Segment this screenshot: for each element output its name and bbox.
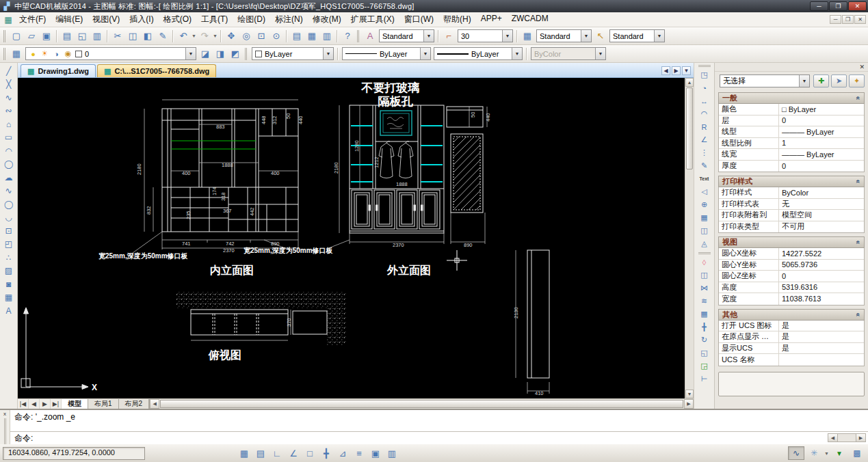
- collapse-chevron-icon[interactable]: «: [855, 96, 863, 100]
- layout-tab-1[interactable]: 布局1: [88, 399, 119, 409]
- coordinates-readout[interactable]: 16034.0860, 4719.7254, 0.0000: [3, 447, 145, 460]
- dim-style-icon[interactable]: ⌐: [441, 29, 456, 43]
- print-icon[interactable]: ▤: [60, 29, 75, 43]
- scroll-down-icon[interactable]: ▼: [685, 390, 694, 398]
- maximize-button[interactable]: ❐: [829, 1, 847, 11]
- selection-filter-combo[interactable]: 无选择 ▼: [720, 74, 810, 87]
- table-style-icon[interactable]: ▦: [520, 29, 535, 43]
- chevron-down-icon[interactable]: ▼: [581, 30, 591, 42]
- property-value[interactable]: 不可用: [779, 221, 864, 232]
- select-objects-icon[interactable]: ➤: [831, 74, 847, 87]
- layer-freeze-sun-icon[interactable]: ☀: [40, 49, 49, 58]
- rotate-icon[interactable]: ↻: [696, 334, 713, 346]
- menu-item-7[interactable]: 标注(N): [270, 12, 308, 27]
- close-button[interactable]: ✕: [848, 1, 867, 11]
- dim-angular-icon[interactable]: ∠: [696, 133, 713, 146]
- menu-item-2[interactable]: 视图(V): [88, 12, 124, 27]
- layer-isolate-icon[interactable]: ◩: [228, 47, 243, 61]
- command-grip[interactable]: [4, 418, 6, 444]
- scroll-right-icon[interactable]: ▶: [684, 399, 694, 409]
- block-editor-icon[interactable]: ◳: [696, 68, 713, 81]
- move-icon[interactable]: ╋: [696, 321, 713, 334]
- help-book-icon[interactable]: ◬: [696, 237, 713, 250]
- chevron-down-icon[interactable]: ▼: [654, 30, 664, 42]
- match-properties-icon[interactable]: ✎: [155, 29, 170, 43]
- layer-states-icon[interactable]: ◨: [213, 47, 228, 61]
- arc-icon[interactable]: ◠: [1, 144, 16, 158]
- linetype-combo[interactable]: ByLayer ▼: [342, 47, 431, 60]
- quick-select-icon[interactable]: ✚: [813, 74, 829, 87]
- print-preview-icon[interactable]: ◱: [75, 29, 90, 43]
- mdi-close-button[interactable]: ✕: [854, 15, 866, 24]
- chevron-down-icon[interactable]: ▼: [323, 48, 333, 59]
- property-value[interactable]: ——— ByLayer: [779, 150, 864, 159]
- toolbar-grip[interactable]: [3, 48, 7, 60]
- collapse-chevron-icon[interactable]: «: [855, 241, 863, 245]
- section-header[interactable]: 打印样式«: [718, 176, 865, 187]
- property-value[interactable]: 11038.7613: [779, 295, 864, 303]
- circle-icon[interactable]: ◯: [1, 158, 16, 172]
- layer-viewport-icon[interactable]: ◑: [52, 50, 61, 58]
- dim-linear-icon[interactable]: ↔: [696, 94, 713, 107]
- menu-item-1[interactable]: 编辑(E): [51, 12, 88, 27]
- property-value[interactable]: 是: [779, 321, 864, 331]
- ellipse-icon[interactable]: ◯: [1, 198, 16, 211]
- offset-icon[interactable]: ≋: [696, 295, 713, 308]
- property-value[interactable]: 14227.5522: [779, 249, 864, 258]
- cut-icon[interactable]: ✂: [110, 29, 125, 43]
- command-history[interactable]: 命令: '_.zoom _e: [10, 410, 868, 432]
- menu-item-0[interactable]: 文件(F): [14, 12, 51, 27]
- tool-palettes-icon[interactable]: ▥: [319, 29, 334, 43]
- grid-toggle[interactable]: ▤: [253, 446, 268, 460]
- toolbar-grip[interactable]: [698, 65, 711, 68]
- layout-next-icon[interactable]: ▶: [40, 399, 51, 409]
- make-block-icon[interactable]: ◰: [1, 238, 16, 252]
- menu-item-6[interactable]: 绘图(D): [233, 12, 270, 27]
- command-scrollbar[interactable]: ◀ ▶: [828, 433, 866, 442]
- dim-quick-icon[interactable]: ✎: [696, 159, 713, 172]
- mirror-icon[interactable]: ⋈: [696, 282, 713, 295]
- chevron-down-icon[interactable]: ▼: [502, 30, 512, 42]
- settings-gear-icon[interactable]: ✳: [806, 446, 822, 460]
- otrack-toggle[interactable]: ╋: [319, 446, 334, 460]
- property-value[interactable]: 5065.9736: [779, 260, 864, 269]
- undo-icon-dropdown[interactable]: ▼: [191, 29, 197, 43]
- menu-item-8[interactable]: 修改(M): [308, 12, 346, 27]
- chevron-down-icon[interactable]: ▼: [512, 48, 522, 59]
- fullscreen-icon[interactable]: ▩: [849, 446, 865, 460]
- layout-prev-icon[interactable]: ◀: [29, 399, 40, 409]
- dyn-toggle[interactable]: ⊿: [335, 446, 350, 460]
- text-style-icon[interactable]: A: [363, 29, 378, 43]
- open-icon[interactable]: ▱: [24, 29, 39, 43]
- property-value[interactable]: □ ByLayer: [779, 105, 864, 113]
- section-header[interactable]: 其他«: [718, 309, 865, 321]
- tab-scroll-right-icon[interactable]: ▶: [672, 66, 681, 75]
- property-value[interactable]: 0: [779, 116, 864, 124]
- publish-icon[interactable]: ▥: [90, 29, 105, 43]
- toolbar-grip[interactable]: [245, 48, 248, 60]
- tab-menu-icon[interactable]: ▼: [682, 66, 691, 75]
- lineweight-combo[interactable]: ByLayer ▼: [434, 47, 523, 60]
- canvas-vscrollbar[interactable]: ▲ ▼: [685, 78, 694, 398]
- document-tab-0[interactable]: ▦Drawing1.dwg: [21, 64, 96, 77]
- menu-item-10[interactable]: 窗口(W): [399, 12, 438, 27]
- chevron-down-icon[interactable]: ▼: [185, 48, 196, 59]
- command-input[interactable]: 命令:: [10, 432, 868, 444]
- annotation-scale-icon[interactable]: ▼: [831, 446, 847, 460]
- section-header[interactable]: 视图«: [718, 236, 865, 248]
- menu-item-5[interactable]: 工具(T): [196, 12, 233, 27]
- collapse-chevron-icon[interactable]: «: [855, 312, 863, 316]
- paper-toggle[interactable]: ▥: [384, 446, 399, 460]
- stretch-icon[interactable]: ◲: [696, 359, 713, 372]
- menu-item-4[interactable]: 格式(O): [159, 12, 196, 27]
- layout-first-icon[interactable]: |◀: [18, 399, 29, 409]
- redo-icon[interactable]: ↷: [197, 29, 212, 43]
- ellipse-arc-icon[interactable]: ◡: [1, 211, 16, 225]
- new-file-icon[interactable]: ▢: [9, 29, 24, 43]
- table-icon[interactable]: ▦: [1, 291, 16, 305]
- menu-item-9[interactable]: 扩展工具(X): [346, 12, 399, 27]
- property-value[interactable]: 0: [779, 162, 864, 170]
- settings-dropdown-icon[interactable]: ▼: [824, 446, 830, 460]
- zoom-window-icon[interactable]: ⊡: [254, 29, 269, 43]
- rectangle-icon[interactable]: ▭: [1, 131, 16, 145]
